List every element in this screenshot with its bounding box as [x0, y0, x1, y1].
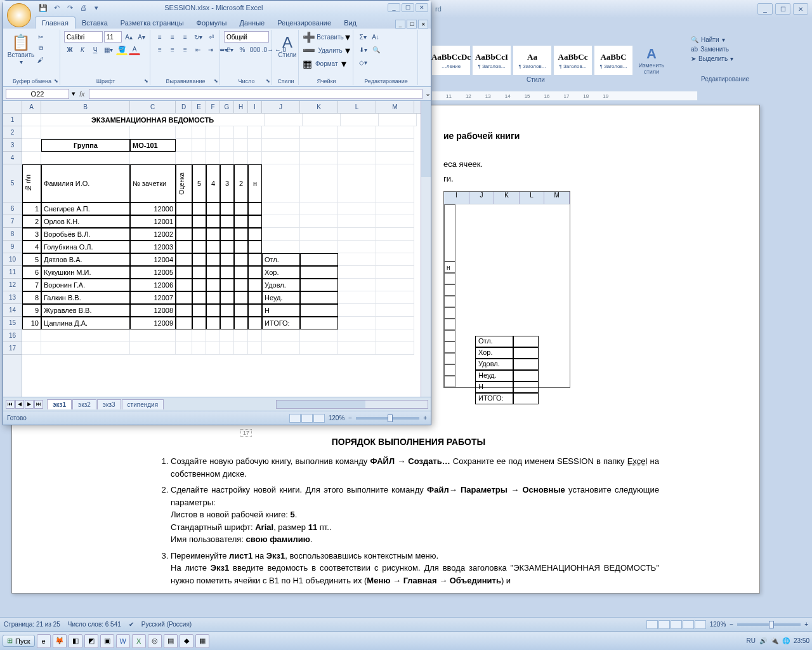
cell[interactable]: [130, 152, 176, 164]
cell[interactable]: 2: [234, 164, 248, 202]
cell[interactable]: [262, 126, 300, 139]
cell[interactable]: [220, 228, 234, 241]
cell[interactable]: [130, 329, 176, 342]
cell[interactable]: [192, 126, 206, 139]
shrink-font-button[interactable]: A▾: [136, 31, 147, 43]
cell[interactable]: Фамилия И.О.: [41, 164, 130, 202]
app-icon[interactable]: ▣: [100, 634, 114, 648]
comma-button[interactable]: 000: [249, 44, 261, 55]
cell[interactable]: [192, 241, 206, 253]
clock[interactable]: 23:50: [794, 637, 809, 644]
cell[interactable]: 12001: [130, 215, 176, 228]
tray-icon[interactable]: 🔊: [759, 637, 767, 644]
cell[interactable]: [300, 215, 338, 228]
cell[interactable]: Оценка: [176, 164, 192, 202]
cell[interactable]: [262, 228, 300, 241]
cell[interactable]: [22, 126, 41, 139]
number-format-combo[interactable]: Общий: [224, 31, 269, 43]
cell[interactable]: [300, 317, 338, 329]
sheet-tab-ekz3[interactable]: экз3: [97, 399, 121, 409]
cell[interactable]: [41, 126, 130, 139]
cell[interactable]: ЭКЗАМЕНАЦИОННАЯ ВЕДОМОСТЬ: [41, 114, 265, 126]
cell[interactable]: [300, 266, 338, 279]
cell[interactable]: 4: [206, 164, 220, 202]
word-close-button[interactable]: ✕: [793, 3, 808, 15]
cell[interactable]: № зачетки: [130, 164, 176, 202]
percent-button[interactable]: %: [237, 44, 248, 55]
horizontal-scrollbar[interactable]: [276, 400, 428, 409]
cell[interactable]: [220, 304, 234, 317]
cell[interactable]: 9: [22, 304, 41, 317]
cell[interactable]: [234, 329, 248, 342]
insert-cells-button[interactable]: Вставить: [317, 32, 344, 43]
cell[interactable]: [248, 266, 262, 279]
cell[interactable]: [41, 342, 130, 355]
cell[interactable]: [220, 342, 234, 355]
cell[interactable]: Н: [262, 304, 300, 317]
dialog-launcher-icon[interactable]: ⬊: [266, 78, 270, 84]
cell[interactable]: [234, 291, 248, 304]
cell[interactable]: Удовл.: [262, 279, 300, 291]
cell[interactable]: [206, 291, 220, 304]
cell[interactable]: [248, 279, 262, 291]
cell[interactable]: [192, 304, 206, 317]
cell[interactable]: 5: [22, 253, 41, 266]
cell[interactable]: [22, 114, 41, 126]
cell[interactable]: 3: [22, 228, 41, 241]
cell[interactable]: [303, 114, 341, 126]
cell[interactable]: [176, 228, 192, 241]
excel-titlebar[interactable]: 💾 ↶ ↷ 🖨 ▾ SESSION.xlsx - Microsoft Excel…: [3, 1, 431, 15]
cell[interactable]: [220, 279, 234, 291]
row-headers[interactable]: 1234 5 678910 1112131415 1617: [3, 114, 22, 397]
cell[interactable]: [176, 152, 192, 164]
cell[interactable]: [376, 164, 414, 202]
cell[interactable]: [300, 342, 338, 355]
cell[interactable]: [130, 126, 176, 139]
name-box[interactable]: O22: [6, 89, 69, 99]
page-status[interactable]: Страница: 21 из 25: [4, 621, 60, 628]
word-ruler[interactable]: 11 12 13 14 15 16 17 18 19: [431, 91, 698, 101]
cell[interactable]: [379, 114, 417, 126]
cell[interactable]: [376, 202, 414, 215]
cell[interactable]: [341, 114, 379, 126]
cell[interactable]: [176, 215, 192, 228]
cell[interactable]: [176, 266, 192, 279]
delete-cells-button[interactable]: Удалить: [317, 45, 344, 56]
excel-zoom-out-button[interactable]: −: [348, 415, 352, 421]
app-icon[interactable]: ◩: [84, 634, 98, 648]
format-painter-button[interactable]: 🖌: [35, 54, 46, 65]
tab-data[interactable]: Данные: [233, 17, 271, 29]
cell[interactable]: [300, 126, 338, 139]
cell[interactable]: Голубкина О.Л.: [41, 241, 130, 253]
redo-icon[interactable]: ↷: [64, 3, 75, 13]
cell[interactable]: [262, 152, 300, 164]
cell[interactable]: [234, 126, 248, 139]
name-box-dropdown-icon[interactable]: ▾: [72, 90, 75, 98]
language-indicator[interactable]: RU: [747, 637, 756, 644]
cell[interactable]: [192, 291, 206, 304]
cell[interactable]: [206, 317, 220, 329]
start-button[interactable]: ⊞Пуск: [3, 635, 35, 647]
font-size-combo[interactable]: 11: [104, 31, 122, 43]
cell[interactable]: [220, 266, 234, 279]
autosum-button[interactable]: Σ▾: [357, 31, 369, 43]
tray-icon[interactable]: 🔌: [771, 637, 778, 644]
replace-button[interactable]: abЗаменить: [688, 44, 764, 54]
cell[interactable]: [338, 126, 376, 139]
cell[interactable]: [338, 253, 376, 266]
font-color-button[interactable]: A: [129, 44, 140, 55]
document-body[interactable]: ПОРЯДОК ВЫПОЛНЕНИЯ РАБОТЫ Создайте новую…: [158, 435, 659, 590]
app-icon[interactable]: ◧: [69, 634, 82, 648]
cell[interactable]: [338, 164, 376, 202]
cell[interactable]: [262, 164, 300, 202]
cell[interactable]: [300, 304, 338, 317]
cell[interactable]: 12003: [130, 241, 176, 253]
cell[interactable]: [192, 279, 206, 291]
mdi-close-button[interactable]: ✕: [418, 20, 428, 29]
first-sheet-button[interactable]: ⏮: [6, 400, 15, 409]
cell[interactable]: [338, 139, 376, 152]
cell[interactable]: [22, 342, 41, 355]
cell[interactable]: 12008: [130, 304, 176, 317]
tab-insert[interactable]: Вставка: [75, 17, 114, 29]
style-box[interactable]: AaBbCcI¶ Заголов...: [472, 45, 511, 76]
